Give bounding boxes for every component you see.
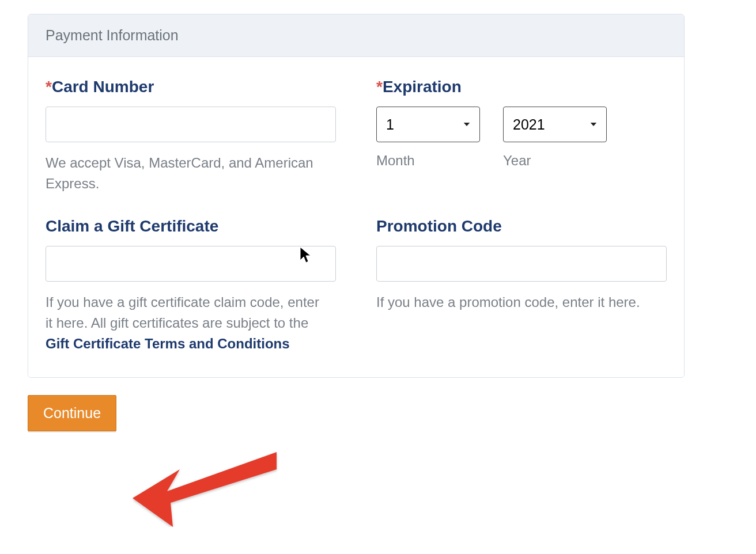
gift-certificate-label: Claim a Gift Certificate [46, 217, 336, 236]
continue-button[interactable]: Continue [28, 395, 116, 431]
expiration-group: *Expiration 1 Month 2021 Year [376, 78, 667, 194]
card-number-label: *Card Number [46, 78, 336, 96]
promo-code-input[interactable] [376, 246, 667, 282]
required-mark: * [376, 78, 383, 96]
gift-certificate-input[interactable] [46, 246, 336, 282]
row-card-expiration: *Card Number We accept Visa, MasterCard,… [46, 78, 667, 194]
expiration-month-select[interactable]: 1 [376, 107, 480, 142]
expiration-month-sublabel: Month [376, 153, 480, 169]
gift-terms-link[interactable]: Gift Certificate Terms and Conditions [46, 336, 290, 351]
promo-code-group: Promotion Code If you have a promotion c… [376, 217, 667, 354]
promo-code-label: Promotion Code [376, 217, 667, 236]
panel-title: Payment Information [28, 14, 684, 57]
required-mark: * [46, 78, 52, 96]
card-number-group: *Card Number We accept Visa, MasterCard,… [46, 78, 336, 194]
gift-certificate-help: If you have a gift certificate claim cod… [46, 292, 322, 354]
expiration-label: *Expiration [376, 78, 667, 96]
expiration-selects: 1 Month 2021 Year [376, 107, 667, 169]
expiration-year-select[interactable]: 2021 [503, 107, 607, 142]
expiration-label-text: Expiration [383, 78, 462, 96]
gift-help-pretext: If you have a gift certificate claim cod… [46, 294, 319, 331]
panel-body: *Card Number We accept Visa, MasterCard,… [28, 57, 684, 377]
payment-panel: Payment Information *Card Number We acce… [28, 14, 685, 378]
row-gift-promo: Claim a Gift Certificate If you have a g… [46, 217, 667, 354]
card-number-input[interactable] [46, 107, 336, 142]
expiration-year-sublabel: Year [503, 153, 607, 169]
gift-certificate-group: Claim a Gift Certificate If you have a g… [46, 217, 336, 354]
card-number-label-text: Card Number [52, 78, 154, 96]
card-number-help: We accept Visa, MasterCard, and American… [46, 153, 322, 194]
promo-code-help: If you have a promotion code, enter it h… [376, 292, 653, 313]
